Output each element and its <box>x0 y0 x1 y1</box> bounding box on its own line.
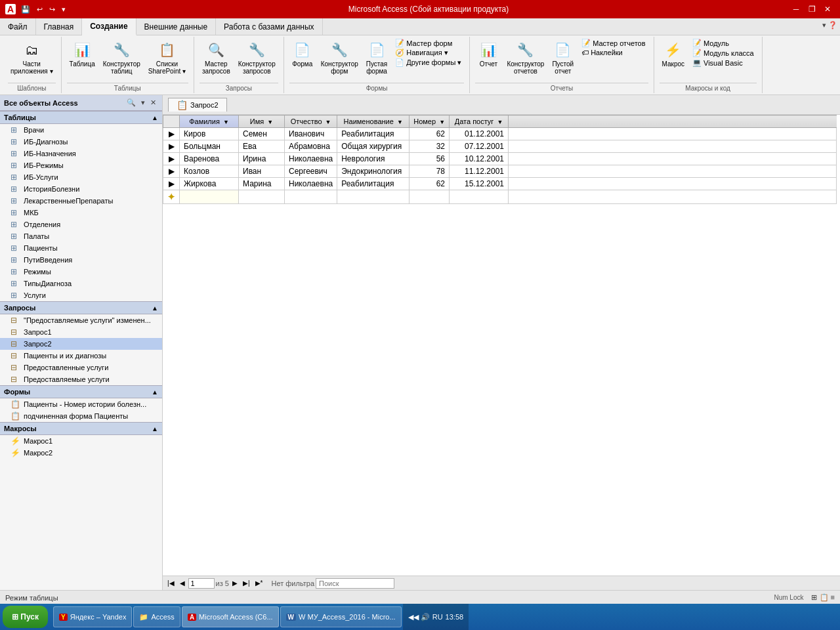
cell-patronymic-3[interactable]: Сергеевич <box>285 165 337 178</box>
module-btn[interactable]: 📝 Модуль <box>690 38 757 48</box>
sidebar-item-ib-prescriptions[interactable]: ⊞ИБ-Назначения <box>0 148 162 159</box>
cell-surname-4[interactable]: Жиркова <box>180 178 239 190</box>
form-btn[interactable]: 📄 Форма <box>289 38 316 69</box>
cell-surname-3[interactable]: Козлов <box>180 165 239 178</box>
table-btn[interactable]: 📊 Таблица <box>67 38 98 69</box>
sidebar-collapse-btn[interactable]: ✕ <box>148 98 158 108</box>
other-forms-btn[interactable]: 📄 Другие формы ▾ <box>392 58 464 68</box>
cell-department-2[interactable]: Неврология <box>337 153 410 165</box>
sidebar-item-macro1[interactable]: ⚡Макрос1 <box>0 435 162 447</box>
report-design-btn[interactable]: 🔧 Конструкторотчетов <box>504 38 547 76</box>
col-department[interactable]: Наименование ▼ <box>337 116 410 128</box>
cell-number-4[interactable]: 62 <box>410 178 450 190</box>
section-header-tables[interactable]: Таблицы ▲ <box>0 111 162 124</box>
vba-btn[interactable]: 💻 Visual Basic <box>690 58 757 68</box>
parts-btn[interactable]: 🗂 Частиприложения ▾ <box>8 38 56 76</box>
sidebar-search-btn[interactable]: 🔍 <box>125 98 138 108</box>
cell-name-1[interactable]: Ева <box>239 140 285 153</box>
macro-btn[interactable]: ⚡ Макрос <box>660 38 688 69</box>
sidebar-item-mkb[interactable]: ⊞МКБ <box>0 207 162 219</box>
sidebar-item-services[interactable]: ⊞Услуги <box>0 289 162 301</box>
form-wizard-btn[interactable]: 📝 Мастер форм <box>392 38 464 48</box>
form-design-btn[interactable]: 🔧 Конструкторформ <box>318 38 361 76</box>
section-header-forms[interactable]: Формы ▲ <box>0 385 162 398</box>
cell-patronymic-1[interactable]: Абрамовна <box>285 140 337 153</box>
sidebar-menu-btn[interactable]: ▾ <box>139 98 147 108</box>
cell-surname-1[interactable]: Больцман <box>180 140 239 153</box>
cell-date-3[interactable]: 11.12.2001 <box>450 165 509 178</box>
tab-database[interactable]: Работа с базами данных <box>216 18 322 35</box>
cell-name-4[interactable]: Марина <box>239 178 285 190</box>
cell-date-0[interactable]: 01.12.2001 <box>450 128 509 140</box>
taskbar-word[interactable]: W W MУ_Access_2016 - Micro... <box>280 606 402 627</box>
nav-first-btn[interactable]: |◀ <box>165 579 177 587</box>
sidebar-item-patients[interactable]: ⊞Пациенты <box>0 242 162 254</box>
cell-department-4[interactable]: Реабилитация <box>337 178 410 190</box>
section-header-queries[interactable]: Запросы ▲ <box>0 301 162 314</box>
nav-new-btn[interactable]: ▶* <box>253 579 265 587</box>
query-design-btn[interactable]: 🔧 Конструкторзапросов <box>236 38 278 76</box>
cell-number-2[interactable]: 56 <box>410 153 450 165</box>
col-surname[interactable]: Фамилия ▼ <box>180 116 239 128</box>
cell-number-1[interactable]: 32 <box>410 140 450 153</box>
qa-dropdown[interactable]: ▾ <box>59 4 68 15</box>
tab-external[interactable]: Внешние данные <box>136 18 217 35</box>
labels-btn[interactable]: 🏷 Наклейки <box>579 48 648 57</box>
col-date[interactable]: Дата постуг ▼ <box>450 116 509 128</box>
nav-current-page[interactable] <box>188 578 215 589</box>
taskbar-access-app[interactable]: A Microsoft Access (С6... <box>182 606 279 627</box>
sharepoint-btn[interactable]: 📋 СпискиSharePoint ▾ <box>146 38 188 76</box>
sidebar-item-vrachi[interactable]: ⊞Врачи <box>0 124 162 136</box>
sidebar-item-ib-services[interactable]: ⊞ИБ-Услуги <box>0 171 162 183</box>
sidebar-item-departments[interactable]: ⊞Отделения <box>0 219 162 230</box>
query-wizard-btn[interactable]: 🔍 Мастерзапросов <box>200 38 233 76</box>
class-module-btn[interactable]: 📝 Модуль класса <box>690 48 757 58</box>
col-patronymic[interactable]: Отчество ▼ <box>285 116 337 128</box>
cell-number-3[interactable]: 78 <box>410 165 450 178</box>
col-number[interactable]: Номер ▼ <box>410 116 450 128</box>
sidebar-item-query-services-change[interactable]: ⊟"Предоставляемые услуги" изменен... <box>0 314 162 326</box>
col-name[interactable]: Имя ▼ <box>239 116 285 128</box>
redo-qa-btn[interactable]: ↪ <box>47 4 58 15</box>
search-input[interactable] <box>316 578 394 589</box>
taskbar-access-folder[interactable]: 📁 Access <box>133 606 180 627</box>
sidebar-item-diagnosis-types[interactable]: ⊞ТипыДиагноза <box>0 278 162 289</box>
cell-surname-2[interactable]: Варенова <box>180 153 239 165</box>
cell-department-3[interactable]: Эндокринология <box>337 165 410 178</box>
sidebar-item-ib-regimes[interactable]: ⊞ИБ-Режимы <box>0 159 162 171</box>
sidebar-item-patients-diagnoses[interactable]: ⊟Пациенты и их диагнозы <box>0 350 162 362</box>
nav-prev-btn[interactable]: ◀ <box>178 579 187 587</box>
tab-home[interactable]: Главная <box>36 18 83 35</box>
sidebar-item-regimes[interactable]: ⊞Режимы <box>0 266 162 278</box>
nav-last-btn[interactable]: ▶| <box>241 579 252 587</box>
restore-button[interactable]: ❐ <box>805 3 819 16</box>
sidebar-item-available-services[interactable]: ⊟Предоставляемые услуги <box>0 373 162 385</box>
sidebar-item-wards[interactable]: ⊞Палаты <box>0 230 162 242</box>
new-row-surname[interactable] <box>180 190 239 204</box>
sidebar-item-routes[interactable]: ⊞ПутиВведения <box>0 254 162 266</box>
query-tab[interactable]: 📋 Запрос2 <box>168 98 227 112</box>
cell-name-0[interactable]: Семен <box>239 128 285 140</box>
sidebar-item-macro2[interactable]: ⚡Макрос2 <box>0 447 162 459</box>
cell-patronymic-4[interactable]: Николаевна <box>285 178 337 190</box>
sidebar-item-illness-history[interactable]: ⊞ИсторияБолезни <box>0 183 162 195</box>
cell-name-2[interactable]: Ирина <box>239 153 285 165</box>
sidebar-item-sub-patients-form[interactable]: 📋подчиненная форма Пациенты <box>0 410 162 422</box>
cell-surname-0[interactable]: Киров <box>180 128 239 140</box>
sidebar-item-ib-diagnoses[interactable]: ⊞ИБ-Диагнозы <box>0 136 162 148</box>
nav-next-btn[interactable]: ▶ <box>230 579 240 587</box>
tab-file[interactable]: Файл <box>0 18 36 35</box>
cell-date-4[interactable]: 15.12.2001 <box>450 178 509 190</box>
undo-qa-btn[interactable]: ↩ <box>34 4 45 15</box>
cell-patronymic-2[interactable]: Николаевна <box>285 153 337 165</box>
taskbar-yandex[interactable]: Y Яндекс – Yandex <box>53 606 132 627</box>
datasheet-scroll-area[interactable]: Фамилия ▼ Имя ▼ Отчество ▼ Наименование … <box>163 115 840 576</box>
report-wizard-btn[interactable]: 📝 Мастер отчетов <box>579 38 648 48</box>
sidebar-item-patients-form[interactable]: 📋Пациенты - Номер истории болезн... <box>0 398 162 410</box>
blank-report-btn[interactable]: 📄 Пустойотчет <box>549 38 576 76</box>
cell-name-3[interactable]: Иван <box>239 165 285 178</box>
report-btn[interactable]: 📊 Отчет <box>475 38 501 69</box>
cell-department-0[interactable]: Реабилитация <box>337 128 410 140</box>
cell-number-0[interactable]: 62 <box>410 128 450 140</box>
start-button[interactable]: ⊞ Пуск <box>3 606 48 628</box>
